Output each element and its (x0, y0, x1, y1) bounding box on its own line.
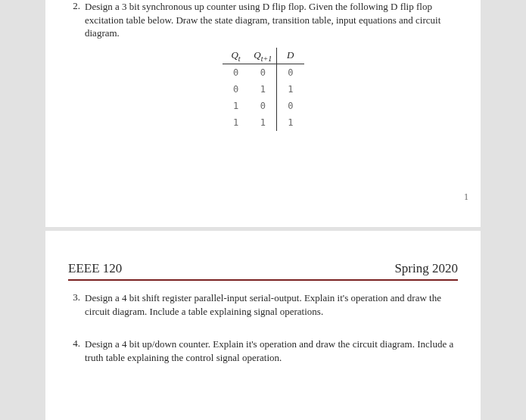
cell: 0 (277, 64, 304, 81)
table: Qt Qt+1 D 0 0 0 0 1 1 1 0 0 (223, 48, 304, 131)
cell: 1 (250, 81, 277, 98)
course-header: EEEE 120 Spring 2020 (68, 261, 458, 278)
document-page-1: 2. Design a 3 bit synchronous up counter… (45, 0, 481, 227)
cell: 1 (223, 114, 250, 131)
cell: 0 (250, 98, 277, 114)
question-2: 2. Design a 3 bit synchronous up counter… (68, 0, 458, 40)
header-d: D (277, 48, 304, 64)
cell: 1 (223, 98, 250, 114)
cell: 1 (277, 114, 304, 131)
header-qt: Qt (223, 48, 250, 64)
question-number: 2. (68, 0, 85, 40)
excitation-table: Qt Qt+1 D 0 0 0 0 1 1 1 0 0 (207, 48, 320, 131)
question-number: 3. (68, 291, 85, 318)
table-row: 0 0 0 (223, 64, 304, 81)
table-row: 0 1 1 (223, 81, 304, 98)
question-4: 4. Design a 4 bit up/down counter. Expla… (68, 338, 458, 364)
question-text: Design a 4 bit up/down counter. Explain … (85, 338, 458, 364)
header-rule (68, 279, 458, 281)
cell: 0 (223, 81, 250, 98)
table-row: 1 0 0 (223, 98, 304, 114)
question-number: 4. (68, 338, 85, 364)
cell: 0 (277, 98, 304, 114)
table-row: 1 1 1 (223, 114, 304, 131)
cell: 1 (277, 81, 304, 98)
question-3: 3. Design a 4 bit shift register paralle… (68, 291, 458, 318)
term-label: Spring 2020 (394, 261, 458, 276)
page-content: 3. Design a 4 bit shift register paralle… (45, 291, 481, 364)
page-content: 2. Design a 3 bit synchronous up counter… (45, 0, 481, 131)
header-qt1: Qt+1 (250, 48, 277, 64)
question-text: Design a 4 bit shift register parallel-i… (85, 291, 458, 318)
question-text: Design a 3 bit synchronous up counter us… (85, 0, 458, 40)
cell: 0 (250, 64, 277, 81)
spacer (68, 325, 458, 338)
document-page-2: EEEE 120 Spring 2020 3. Design a 4 bit s… (45, 231, 481, 420)
cell: 0 (223, 64, 250, 81)
table-header-row: Qt Qt+1 D (223, 48, 304, 64)
page-number: 1 (464, 191, 468, 203)
course-code: EEEE 120 (68, 261, 122, 276)
cell: 1 (250, 114, 277, 131)
